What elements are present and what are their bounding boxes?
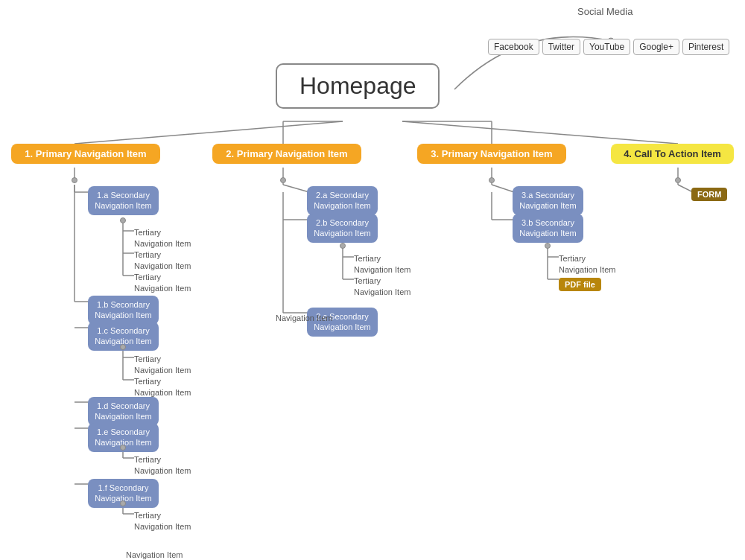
tertiary-2b-2: TertiaryNavigation Item bbox=[354, 276, 410, 299]
dot-2 bbox=[280, 177, 286, 183]
dot-1a bbox=[120, 217, 126, 223]
svg-line-38 bbox=[492, 185, 514, 192]
tertiary-1f-1: TertiaryNavigation Item bbox=[134, 510, 191, 533]
tertiary-1c-1: TertiaryNavigation Item bbox=[134, 354, 191, 377]
primary-nav-1[interactable]: 1. Primary Navigation Item bbox=[11, 144, 160, 164]
secondary-1b[interactable]: 1.b SecondaryNavigation Item bbox=[88, 296, 159, 325]
svg-line-46 bbox=[678, 185, 693, 192]
social-twitter[interactable]: Twitter bbox=[542, 39, 580, 55]
social-googleplus[interactable]: Google+ bbox=[633, 39, 679, 55]
social-media-row: Facebook Twitter YouTube Google+ Pintere… bbox=[488, 39, 729, 55]
homepage-label: Homepage bbox=[299, 72, 416, 99]
social-media-label: Social Media bbox=[577, 6, 633, 17]
dot-2b bbox=[340, 243, 346, 249]
primary-nav-3[interactable]: 3. Primary Navigation Item bbox=[417, 144, 566, 164]
dot-3 bbox=[489, 177, 495, 183]
tertiary-1c-2: TertiaryNavigation Item bbox=[134, 376, 191, 399]
social-pinterest[interactable]: Pinterest bbox=[682, 39, 729, 55]
social-youtube[interactable]: YouTube bbox=[583, 39, 630, 55]
secondary-1a[interactable]: 1.a SecondaryNavigation Item bbox=[88, 186, 159, 215]
svg-line-0 bbox=[74, 121, 343, 144]
nav-item-bottom-1: Navigation Item bbox=[276, 313, 332, 324]
svg-line-29 bbox=[283, 185, 309, 192]
tertiary-1e-1: TertiaryNavigation Item bbox=[134, 454, 191, 477]
dot-1c bbox=[120, 344, 126, 350]
secondary-2b[interactable]: 2.b SecondaryNavigation Item bbox=[307, 214, 378, 243]
secondary-3a[interactable]: 3.a SecondaryNavigation Item bbox=[513, 186, 583, 215]
dot-1e bbox=[120, 445, 126, 451]
dot-1 bbox=[72, 177, 77, 183]
homepage-node: Homepage bbox=[276, 63, 440, 109]
tertiary-2b-1: TertiaryNavigation Item bbox=[354, 253, 410, 276]
dot-1f bbox=[120, 500, 126, 506]
secondary-1d[interactable]: 1.d SecondaryNavigation Item bbox=[88, 397, 159, 426]
secondary-3b[interactable]: 3.b SecondaryNavigation Item bbox=[513, 214, 583, 243]
dot-3b bbox=[545, 243, 551, 249]
tertiary-3b-1: TertiaryNavigation Item bbox=[559, 253, 615, 276]
nav-item-bottom-2: Navigation Item bbox=[126, 550, 183, 560]
dot-4 bbox=[675, 177, 681, 183]
form-item[interactable]: FORM bbox=[691, 188, 727, 201]
primary-nav-2[interactable]: 2. Primary Navigation Item bbox=[212, 144, 361, 164]
tertiary-1a-2: TertiaryNavigation Item bbox=[134, 249, 191, 273]
tertiary-1a-1: TertiaryNavigation Item bbox=[134, 227, 191, 250]
social-facebook[interactable]: Facebook bbox=[488, 39, 539, 55]
pdf-file[interactable]: PDF file bbox=[559, 278, 601, 291]
svg-line-5 bbox=[402, 121, 678, 144]
tertiary-1a-3: TertiaryNavigation Item bbox=[134, 272, 191, 295]
primary-cta-4[interactable]: 4. Call To Action Item bbox=[611, 144, 734, 164]
secondary-2a[interactable]: 2.a SecondaryNavigation Item bbox=[307, 186, 378, 215]
